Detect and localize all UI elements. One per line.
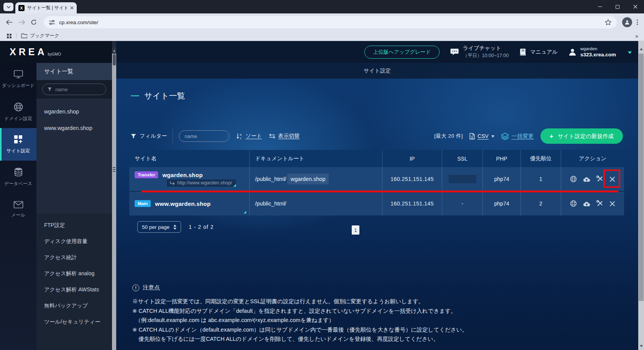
table-header-row: サイト名 ドキュメントルート IP SSL PHP 優先順位 アクション xyxy=(129,150,624,167)
nav-item-dashboard[interactable]: ダッシュボード xyxy=(0,63,36,95)
scrollbar-down-button[interactable] xyxy=(638,343,644,349)
per-page-select[interactable]: 50 per page xyxy=(137,221,181,233)
live-chat-hours: （平日）10:00~17:00 xyxy=(463,53,509,59)
csv-export-control[interactable]: CSV xyxy=(469,133,494,140)
layers-icon xyxy=(501,133,509,140)
nav-item-site-settings[interactable]: サイト設定 xyxy=(0,128,36,161)
tab-list-chevron-button[interactable] xyxy=(3,3,13,11)
account-menu[interactable]: wgarden s323.xrea.com xyxy=(568,46,616,58)
sidebar-scrollbar[interactable] xyxy=(112,41,116,350)
account-caret-icon[interactable] xyxy=(628,51,632,56)
caret-down-icon[interactable] xyxy=(491,135,494,139)
xrea-logo: XREA xyxy=(10,46,47,58)
nav-item-domain[interactable]: www ドメイン設定 xyxy=(0,95,36,128)
site-name[interactable]: www.wgarden.shop xyxy=(155,200,211,207)
csv-link[interactable]: CSV xyxy=(478,133,489,139)
redirect-url-chip[interactable]: http://www.wgarden.shop/ xyxy=(167,179,236,187)
scrollbar-thumb[interactable] xyxy=(113,54,116,66)
delete-site-button[interactable] xyxy=(609,201,615,207)
backup-button[interactable] xyxy=(583,176,590,182)
name-filter-input[interactable] xyxy=(179,130,229,142)
note-line: （例:default.example.com は abc.example.com… xyxy=(132,315,468,325)
site-url-button[interactable] xyxy=(570,176,577,182)
scrollbar-up-button[interactable] xyxy=(638,46,644,52)
pane-drag-handle[interactable] xyxy=(113,166,115,173)
page-scrollbar[interactable] xyxy=(638,41,644,350)
upgrade-button[interactable]: 上位版へアップグレード xyxy=(364,46,440,59)
main-badge: Main xyxy=(135,200,151,207)
scrollbar-thumb[interactable] xyxy=(639,54,644,301)
sidebar-site-item[interactable]: www.wgarden.shop xyxy=(36,120,112,136)
back-button[interactable] xyxy=(3,16,15,28)
view-toggle-link[interactable]: 表示切替 xyxy=(278,133,300,140)
scrollbar-up-button[interactable] xyxy=(112,48,116,54)
sidebar-link-analog[interactable]: アクセス解析 analog xyxy=(36,266,112,282)
col-ssl: SSL xyxy=(442,150,483,167)
priority-cell: 1 xyxy=(520,167,561,191)
bookmark-star-button[interactable] xyxy=(605,19,611,25)
app-logo-area: XREA byGMO xyxy=(0,41,112,63)
nav-label: ダッシュボード xyxy=(2,82,35,89)
sidebar-link-tools-security[interactable]: ツール/セキュリティー xyxy=(36,314,112,330)
tab-close-button[interactable] xyxy=(70,6,74,10)
nav-item-database[interactable]: データベース xyxy=(0,161,36,193)
arrow-left-icon xyxy=(6,20,13,25)
main-nav-rail: ダッシュボード www ドメイン設定 サイト設定 データベース メール xyxy=(0,63,36,350)
close-window-button[interactable] xyxy=(626,0,644,13)
delete-x-icon xyxy=(609,201,615,207)
forward-button[interactable] xyxy=(15,16,28,28)
arrow-up-icon xyxy=(640,46,643,50)
ssl-empty-field xyxy=(449,175,476,183)
bookmarks-folder[interactable]: ブックマーク xyxy=(21,33,59,39)
site-name-cell: Transfer wgarden.shop http://www.wgarden… xyxy=(129,167,249,191)
reload-button[interactable] xyxy=(28,16,40,28)
apps-grid-button[interactable] xyxy=(7,34,12,38)
pagination: 50 per page 1 - 2 of 2 xyxy=(137,221,214,233)
maximize-button[interactable] xyxy=(609,0,626,13)
sidebar-link-disk-usage[interactable]: ディスク使用容量 xyxy=(36,233,112,250)
site-name[interactable]: wgarden.shop xyxy=(162,172,203,178)
sidebar-filter-field[interactable] xyxy=(42,84,106,95)
bookmarks-overflow-chevron[interactable]: » xyxy=(635,33,638,39)
scrollbar-cap xyxy=(112,41,116,48)
arrow-right-icon xyxy=(18,20,25,25)
redirect-url: http://www.wgarden.shop/ xyxy=(177,180,232,186)
bulk-change-link[interactable]: 一括変更 xyxy=(512,133,534,140)
nav-item-mail[interactable]: メール xyxy=(0,193,36,226)
backup-button[interactable] xyxy=(583,201,590,207)
php-cell: php74 xyxy=(483,192,520,215)
bulk-change-control[interactable]: 一括変更 xyxy=(501,133,534,140)
account-server: s323.xrea.com xyxy=(580,52,616,58)
tab-site-settings[interactable]: サイト設定 xyxy=(364,67,391,74)
page-number-button[interactable]: 1 xyxy=(352,225,359,235)
live-chat-menu[interactable]: ライブチャット （平日）10:00~17:00 xyxy=(450,45,509,59)
create-site-button[interactable]: + サイト設定の新規作成 xyxy=(540,128,623,144)
tools-button[interactable] xyxy=(596,200,603,207)
minimize-button[interactable] xyxy=(591,0,609,13)
browser-tab[interactable]: X サイト一覧 | サイト設定 xyxy=(15,2,77,13)
sidebar-site-item[interactable]: wgarden.shop xyxy=(36,103,112,120)
sidebar-link-access-stats[interactable]: アクセス統計 xyxy=(36,250,112,266)
tools-icon xyxy=(596,200,603,207)
browser-menu-button[interactable] xyxy=(637,20,638,25)
document-icon xyxy=(469,133,475,140)
col-priority: 優先順位 xyxy=(520,150,561,167)
sidebar-link-backup[interactable]: 無料バックアップ xyxy=(36,298,112,314)
docroot-dir-field[interactable]: wgarden.shop xyxy=(287,174,328,184)
tools-button[interactable] xyxy=(596,176,603,182)
notes-section: ! 注意点 ※サイト設定一括変更では、同期設定の変更とSSL証明書の設定は行えま… xyxy=(132,284,468,344)
per-page-value: 50 per page xyxy=(142,224,170,230)
sidebar-link-ftp[interactable]: FTP設定 xyxy=(36,217,112,233)
col-docroot: ドキュメントルート xyxy=(249,150,382,167)
browser-profile-avatar[interactable] xyxy=(622,17,632,27)
sidebar-link-awstats[interactable]: アクセス解析 AWStats xyxy=(36,282,112,298)
address-bar[interactable]: cp.xrea.com/site/ xyxy=(44,16,617,28)
sort-link[interactable]: ソート xyxy=(245,133,262,140)
note-line: ※サイト設定一括変更では、同期設定の変更とSSL証明書の設定は行えません。個別に… xyxy=(132,297,468,306)
site-url-button[interactable] xyxy=(570,200,577,207)
manual-menu[interactable]: マニュアル xyxy=(519,48,558,56)
close-icon xyxy=(633,5,637,9)
sidebar-filter-input[interactable] xyxy=(55,87,101,92)
ssl-cell: - xyxy=(442,192,483,215)
screen: X サイト一覧 | サイト設定 cp.xrea.com/site/ xyxy=(0,0,644,350)
